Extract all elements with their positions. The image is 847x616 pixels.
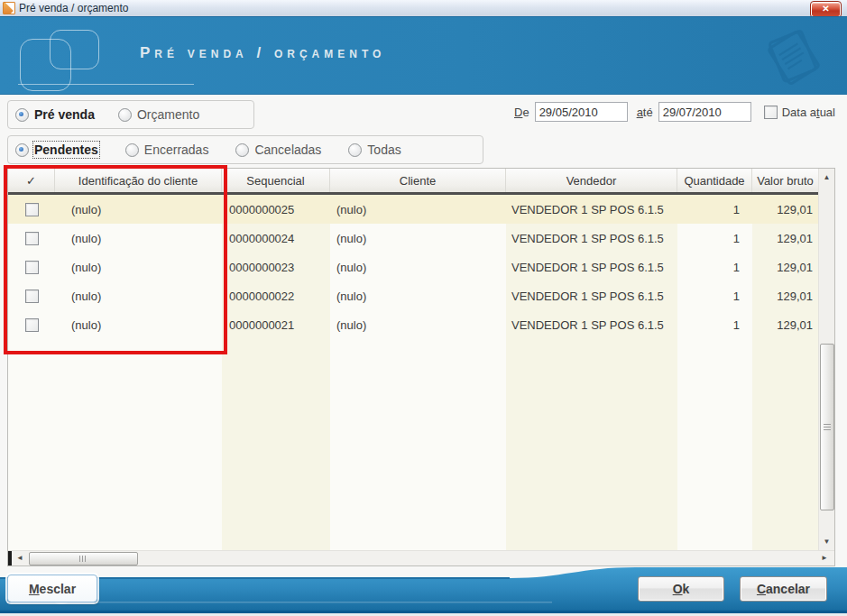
radio-canceladas-label: Canceladas: [254, 143, 321, 157]
radio-selected-icon: [15, 108, 29, 122]
ok-button[interactable]: Ok: [638, 576, 724, 602]
vertical-scroll-thumb[interactable]: [820, 344, 834, 510]
title-bar: Pré venda / orçamento ✕: [0, 0, 847, 17]
table-row[interactable]: (nulo) 0000000024 (nulo) VENDEDOR 1 SP P…: [8, 224, 818, 253]
window-title: Pré venda / orçamento: [19, 2, 128, 14]
row-checkbox[interactable]: [25, 290, 39, 303]
radio-pre-venda[interactable]: Pré venda: [15, 107, 95, 122]
radio-selected-icon: [15, 143, 29, 157]
row-checkbox[interactable]: [25, 261, 39, 274]
documents-icon: [759, 23, 829, 93]
horizontal-scroll-thumb[interactable]: [29, 552, 138, 565]
radio-canceladas[interactable]: Canceladas: [235, 143, 321, 157]
column-header-identificacao[interactable]: Identificação do cliente: [55, 169, 222, 192]
table-row[interactable]: (nulo) 0000000021 (nulo) VENDEDOR 1 SP P…: [8, 310, 818, 339]
column-header-quantidade[interactable]: Quantidade: [677, 169, 752, 192]
mesclar-button[interactable]: Mesclar: [7, 575, 97, 602]
table-row[interactable]: (nulo) 0000000023 (nulo) VENDEDOR 1 SP P…: [8, 253, 818, 281]
column-header-vendedor[interactable]: Vendedor: [506, 169, 677, 192]
row-checkbox[interactable]: [25, 318, 39, 332]
column-header-sequencial[interactable]: Sequencial: [222, 169, 330, 192]
radio-pendentes-label: Pendentes: [34, 143, 98, 157]
row-checkbox[interactable]: [25, 203, 39, 216]
date-from-input[interactable]: [535, 102, 628, 122]
type-filter-group: Pré venda Orçamento: [7, 100, 254, 129]
scroll-down-icon[interactable]: ▼: [819, 535, 834, 548]
radio-orcamento[interactable]: Orçamento: [118, 107, 199, 122]
scroll-up-icon[interactable]: ▲: [819, 170, 834, 184]
check-icon: ✓: [26, 174, 36, 188]
radio-todas[interactable]: Todas: [348, 143, 400, 157]
close-button[interactable]: ✕: [811, 2, 841, 17]
table-row[interactable]: (nulo) 0000000022 (nulo) VENDEDOR 1 SP P…: [8, 281, 818, 310]
horizontal-scrollbar[interactable]: ◄ ►: [8, 550, 834, 565]
date-to-input[interactable]: [658, 102, 751, 122]
column-header-cliente[interactable]: Cliente: [330, 169, 506, 192]
radio-pre-venda-label: Pré venda: [34, 107, 95, 122]
radio-unselected-icon: [125, 143, 139, 157]
vertical-scrollbar[interactable]: ▲ ▼: [818, 169, 834, 550]
radio-encerradas-label: Encerradas: [144, 143, 209, 157]
splitter-handle[interactable]: [8, 551, 12, 565]
radio-unselected-icon: [235, 143, 249, 157]
data-atual-checkbox[interactable]: Data atual: [764, 106, 835, 119]
scroll-right-icon[interactable]: ►: [818, 551, 831, 565]
checkbox-icon: [764, 106, 778, 119]
radio-pendentes[interactable]: Pendentes: [15, 143, 98, 157]
ate-label: até: [637, 106, 653, 119]
radio-todas-label: Todas: [367, 143, 400, 157]
radio-unselected-icon: [348, 143, 362, 157]
column-header-check[interactable]: ✓: [8, 169, 55, 192]
row-checkbox[interactable]: [25, 232, 39, 245]
app-icon: [3, 2, 15, 14]
column-header-valor-bruto[interactable]: Valor bruto: [752, 169, 818, 192]
header-divider: [18, 84, 194, 85]
grid-body: (nulo) 0000000025 (nulo) VENDEDOR 1 SP P…: [8, 195, 818, 550]
status-filter-group: Pendentes Encerradas Canceladas Todas: [7, 135, 483, 164]
radio-unselected-icon: [118, 108, 132, 122]
page-title: Pré venda / orçamento: [140, 44, 385, 62]
radio-orcamento-label: Orçamento: [137, 107, 199, 122]
radio-encerradas[interactable]: Encerradas: [125, 143, 209, 157]
close-icon: ✕: [822, 4, 829, 14]
table-row[interactable]: (nulo) 0000000025 (nulo) VENDEDOR 1 SP P…: [8, 195, 818, 224]
grid-header: ✓ Identificação do cliente Sequencial Cl…: [8, 169, 818, 195]
cancel-button[interactable]: Cancelar: [740, 576, 827, 602]
scroll-left-icon[interactable]: ◄: [14, 551, 26, 565]
page-header: Pré venda / orçamento: [0, 16, 847, 95]
date-range-controls: De até Data atual: [514, 101, 835, 123]
data-atual-label: Data atual: [782, 106, 835, 119]
results-grid: ✓ Identificação do cliente Sequencial Cl…: [7, 168, 835, 566]
de-label: De: [514, 106, 529, 119]
